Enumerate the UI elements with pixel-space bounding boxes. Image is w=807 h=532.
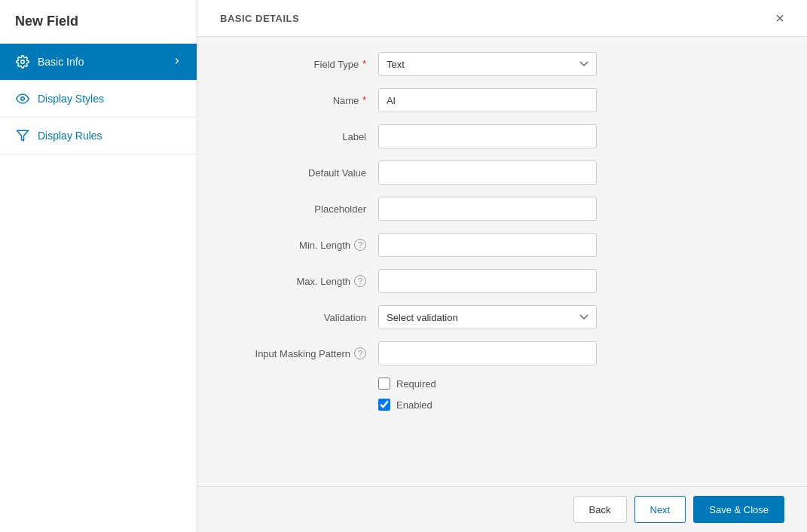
svg-marker-2 <box>17 130 29 141</box>
label-field-label: Label <box>228 131 378 142</box>
name-row: Name * <box>228 88 777 112</box>
min-length-row: Min. Length ? <box>228 233 777 257</box>
required-row: Required <box>378 378 777 390</box>
enabled-label[interactable]: Enabled <box>396 399 433 411</box>
input-masking-row: Input Masking Pattern ? <box>228 341 777 365</box>
main-header: BASIC DETAILS × <box>197 0 807 37</box>
field-type-row: Field Type * Text Number Date Email Phon… <box>228 52 777 76</box>
sidebar-item-label-basic-info: Basic Info <box>38 56 165 68</box>
svg-point-1 <box>21 97 25 101</box>
input-masking-label: Input Masking Pattern ? <box>228 347 378 359</box>
section-title: BASIC DETAILS <box>220 13 299 24</box>
default-value-label: Default Value <box>228 167 378 179</box>
max-length-help-icon[interactable]: ? <box>354 275 366 287</box>
sidebar-item-basic-info[interactable]: Basic Info <box>0 44 197 81</box>
placeholder-row: Placeholder <box>228 197 777 221</box>
placeholder-input[interactable] <box>378 197 597 221</box>
max-length-input[interactable] <box>378 269 597 293</box>
default-value-row: Default Value <box>228 161 777 185</box>
sidebar-item-label-display-styles: Display Styles <box>38 93 182 105</box>
validation-select[interactable]: Select validation Email URL Number <box>378 305 597 329</box>
sidebar-item-display-styles[interactable]: Display Styles <box>0 81 197 118</box>
input-masking-input[interactable] <box>378 341 597 365</box>
svg-point-0 <box>21 60 25 64</box>
max-length-row: Max. Length ? <box>228 269 777 293</box>
field-type-label: Field Type * <box>228 59 378 70</box>
chevron-right-icon <box>173 56 182 68</box>
max-length-label: Max. Length ? <box>228 275 378 287</box>
field-type-select[interactable]: Text Number Date Email Phone <box>378 52 597 76</box>
label-input[interactable] <box>378 124 597 148</box>
gear-icon <box>15 54 30 69</box>
validation-row: Validation Select validation Email URL N… <box>228 305 777 329</box>
sidebar-title: New Field <box>0 0 197 44</box>
save-close-button[interactable]: Save & Close <box>693 496 784 523</box>
footer: Back Next Save & Close <box>197 486 807 532</box>
enabled-checkbox[interactable] <box>378 399 390 411</box>
form-area: Field Type * Text Number Date Email Phon… <box>197 37 807 486</box>
validation-label: Validation <box>228 312 378 323</box>
back-button[interactable]: Back <box>573 496 627 523</box>
label-row: Label <box>228 124 777 148</box>
close-button[interactable]: × <box>775 11 784 26</box>
enabled-row: Enabled <box>378 399 777 411</box>
min-length-input[interactable] <box>378 233 597 257</box>
input-masking-help-icon[interactable]: ? <box>354 347 366 359</box>
name-label: Name * <box>228 95 378 106</box>
sidebar: New Field Basic Info Display Styles <box>0 0 197 532</box>
sidebar-item-display-rules[interactable]: Display Rules <box>0 118 197 154</box>
main-content: BASIC DETAILS × Field Type * Text Number… <box>197 0 807 532</box>
placeholder-label: Placeholder <box>228 203 378 215</box>
default-value-input[interactable] <box>378 161 597 185</box>
min-length-help-icon[interactable]: ? <box>354 239 366 251</box>
eye-icon <box>15 91 30 106</box>
name-input[interactable] <box>378 88 597 112</box>
required-checkbox[interactable] <box>378 378 390 390</box>
next-button[interactable]: Next <box>634 496 686 523</box>
sidebar-item-label-display-rules: Display Rules <box>38 130 182 142</box>
min-length-label: Min. Length ? <box>228 239 378 251</box>
filter-icon <box>15 128 30 143</box>
required-label[interactable]: Required <box>396 378 436 390</box>
